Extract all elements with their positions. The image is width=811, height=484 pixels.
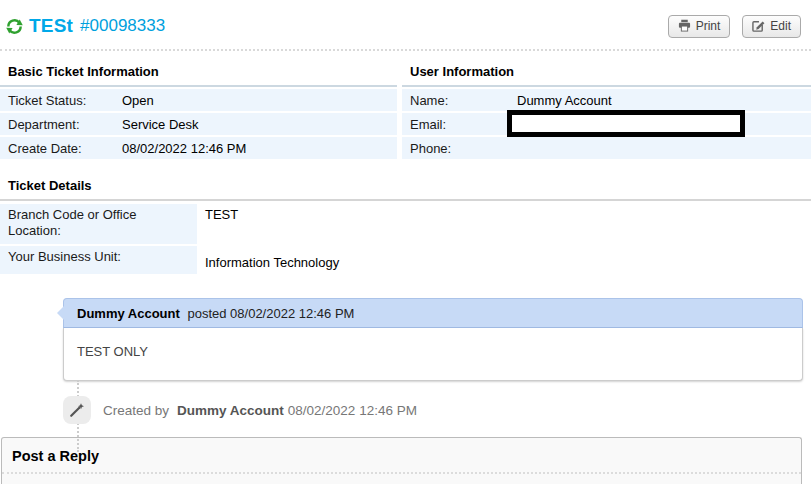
user-info-section: User Information Name: Dummy Account Ema… <box>402 61 811 161</box>
print-button-label: Print <box>696 19 721 33</box>
table-row: Name: Dummy Account <box>402 89 811 111</box>
basic-info-heading: Basic Ticket Information <box>0 61 397 87</box>
thread-posted-timestamp: posted 08/02/2022 12:46 PM <box>187 306 354 321</box>
event-action: Created by <box>103 403 169 418</box>
print-icon <box>678 19 691 32</box>
ticket-details-section: Ticket Details Branch Code or Office Loc… <box>0 175 811 274</box>
event-timestamp: 08/02/2022 12:46 PM <box>288 403 417 418</box>
email-label: Email: <box>402 114 517 135</box>
ticket-status-value: Open <box>122 90 154 111</box>
ticket-number: #00098333 <box>80 16 165 36</box>
branch-code-label: Branch Code or Office Location: <box>0 204 197 244</box>
info-columns: Basic Ticket Information Ticket Status: … <box>0 61 811 161</box>
event-actor: Dummy Account <box>177 403 284 418</box>
edit-button-label: Edit <box>770 19 791 33</box>
user-info-rows: Name: Dummy Account Email: Phone: <box>402 89 811 159</box>
table-row: Your Business Unit: Information Technolo… <box>0 246 811 274</box>
basic-ticket-info-section: Basic Ticket Information Ticket Status: … <box>0 61 397 161</box>
thread-arrow-icon <box>57 306 64 320</box>
table-row: Department: Service Desk <box>0 113 397 135</box>
table-row: Email: <box>402 113 811 135</box>
ticket-header-bar: TESt #00098333 Print Edit <box>0 0 811 39</box>
table-row: Phone: <box>402 137 811 159</box>
post-reply-section: Post a Reply <box>1 437 802 484</box>
ticket-status-label: Ticket Status: <box>0 90 122 111</box>
toolbar: Print Edit <box>668 15 801 38</box>
thread-poster-name: Dummy Account <box>77 306 180 321</box>
create-date-value: 08/02/2022 12:46 PM <box>122 138 246 159</box>
thread-entry-header: Dummy Account posted 08/02/2022 12:46 PM <box>63 298 803 328</box>
table-row: Create Date: 08/02/2022 12:46 PM <box>0 137 397 159</box>
basic-info-rows: Ticket Status: Open Department: Service … <box>0 89 397 159</box>
ticket-title-group: TESt #00098333 <box>6 15 165 37</box>
email-redaction-box <box>507 110 745 137</box>
ticket-details-heading: Ticket Details <box>0 175 811 201</box>
thread-message-body: TEST ONLY <box>63 328 803 381</box>
user-info-heading: User Information <box>402 61 811 87</box>
thread-event-row: Created byDummy Account08/02/2022 12:46 … <box>63 396 811 424</box>
ticket-details-rows: Branch Code or Office Location: TEST You… <box>0 204 811 274</box>
edit-button[interactable]: Edit <box>742 15 801 38</box>
business-unit-label: Your Business Unit: <box>0 246 197 274</box>
name-label: Name: <box>402 90 517 111</box>
thread-entry: Dummy Account posted 08/02/2022 12:46 PM… <box>63 298 803 381</box>
magic-wand-icon <box>63 396 91 424</box>
department-label: Department: <box>0 114 122 135</box>
business-unit-value: Information Technology <box>197 246 339 274</box>
print-button[interactable]: Print <box>668 15 731 38</box>
table-row: Branch Code or Office Location: TEST <box>0 204 811 244</box>
create-date-label: Create Date: <box>0 138 122 159</box>
page-title: TESt <box>29 15 73 37</box>
branch-code-value: TEST <box>197 204 238 244</box>
phone-label: Phone: <box>402 138 517 159</box>
refresh-icon[interactable] <box>6 18 23 35</box>
table-row: Ticket Status: Open <box>0 89 397 111</box>
edit-icon <box>752 19 765 32</box>
event-text: Created byDummy Account08/02/2022 12:46 … <box>103 403 417 418</box>
post-reply-heading: Post a Reply <box>2 438 801 474</box>
header-separator <box>0 49 811 51</box>
name-value: Dummy Account <box>517 90 612 111</box>
department-value: Service Desk <box>122 114 199 135</box>
